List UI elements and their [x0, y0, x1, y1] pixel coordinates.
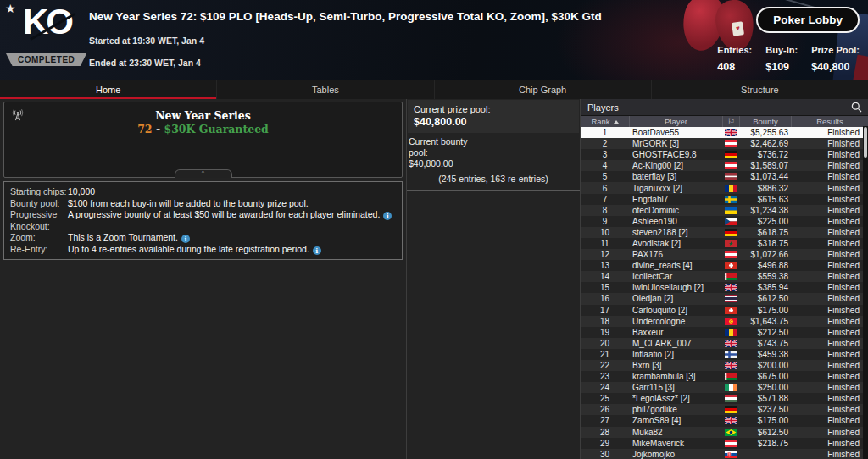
glove-heart-patch-icon: ♥: [732, 21, 744, 36]
bounty-cell: $496.88: [739, 261, 791, 270]
bounty-cell: $743.75: [739, 339, 791, 348]
rank-cell: 5: [581, 172, 629, 181]
table-row[interactable]: 8otecDominic$1,234.38Finished: [581, 205, 868, 216]
result-cell: Finished: [791, 261, 868, 270]
table-row[interactable]: 7Engdahl7$615.63Finished: [581, 194, 868, 205]
info-icon[interactable]: i: [383, 212, 392, 220]
tab-chip-graph[interactable]: Chip Graph: [434, 80, 651, 99]
column-bounty[interactable]: Bounty: [739, 116, 791, 127]
current-prize-pool: Current prize pool: $40,800.00: [408, 100, 579, 133]
poker-lobby-button[interactable]: Poker Lobby: [756, 7, 860, 33]
entries-label: Entries:: [717, 45, 752, 55]
table-row[interactable]: 10steven2188 [2]$618.75Finished: [581, 227, 868, 238]
table-row[interactable]: 2MrGORK [3]$2,462.69Finished: [581, 138, 868, 149]
tournament-info-box: Starting chips:10,000Bounty pool:$100 fr…: [3, 181, 403, 260]
column-rank[interactable]: Rank: [581, 116, 629, 127]
table-row[interactable]: 9Ashleen190$225.00Finished: [581, 216, 868, 227]
table-row[interactable]: 19Baxxeur$212.50Finished: [581, 327, 868, 338]
player-name-cell: MikeMaverick: [629, 439, 722, 448]
column-results[interactable]: Results: [791, 116, 868, 127]
pools-box: Current prize pool: $40,800.00 Current b…: [407, 100, 580, 191]
country-flag-icon-fi: [722, 351, 739, 358]
table-row[interactable]: 23krambambula [3]$675.00Finished: [581, 371, 868, 382]
collapse-banner-button[interactable]: ⌃: [175, 169, 232, 178]
players-column-header: Rank Player ⚐ Bounty Results: [581, 116, 868, 127]
bounty-cell: $1,073.44: [739, 172, 791, 181]
column-player[interactable]: Player: [629, 116, 722, 127]
search-icon[interactable]: [851, 102, 862, 114]
table-row[interactable]: 5baterflay [3]$1,073.44Finished: [581, 171, 868, 182]
table-row[interactable]: 27ZamoS89 [4]$175.00Finished: [581, 415, 868, 426]
table-row[interactable]: 13divine_reads [4]$496.88Finished: [581, 260, 868, 271]
home-panel: New Year Series 72 - $30K Guaranteed ⌃ S…: [0, 99, 407, 459]
table-row[interactable]: 1BoatDave55$5,255.63Finished: [581, 127, 868, 138]
table-row[interactable]: 16Oledjan [2]$612.50Finished: [581, 293, 868, 304]
table-row[interactable]: 25*LegolÁssz* [2]$571.88Finished: [581, 393, 868, 404]
tab-structure[interactable]: Structure: [651, 80, 868, 99]
bounty-cell: $385.94: [739, 283, 791, 292]
buyin-label: Buy-In:: [765, 45, 798, 55]
players-panel: Players Rank Player ⚐: [581, 99, 868, 459]
info-label: Bounty pool:: [10, 198, 68, 210]
player-name-cell: Tiganuxxx [2]: [629, 184, 722, 193]
rank-cell: 2: [581, 139, 629, 148]
player-name-cell: Oledjan [2]: [629, 294, 722, 303]
country-flag-icon-gb: [722, 362, 739, 369]
players-scrollbar[interactable]: [863, 126, 868, 459]
table-row[interactable]: 20M_CLARK_007$743.75Finished: [581, 338, 868, 349]
rank-cell: 19: [581, 328, 629, 337]
result-cell: Finished: [791, 450, 868, 459]
result-cell: Finished: [791, 317, 868, 326]
table-row[interactable]: 29MikeMaverick$218.75Finished: [581, 438, 868, 449]
table-row[interactable]: 26phil7godlike$237.50Finished: [581, 404, 868, 415]
info-row: Bounty pool:$100 from each buy-in will b…: [10, 198, 396, 210]
bounty-cell: $886.32: [739, 184, 791, 193]
table-row[interactable]: 3GHOSTFACE9.8$736.72Finished: [581, 149, 868, 160]
result-cell: Finished: [791, 361, 868, 370]
bounty-column-label: Bounty: [753, 117, 778, 126]
info-icon[interactable]: i: [181, 235, 190, 243]
rank-cell: 15: [581, 283, 629, 292]
favorite-star-icon[interactable]: ★: [5, 2, 16, 15]
rank-cell: 28: [581, 428, 629, 437]
sort-asc-icon: [614, 120, 619, 124]
players-scrollbar-thumb[interactable]: [864, 127, 867, 158]
table-row[interactable]: 21Inflaatio [2]$459.38Finished: [581, 349, 868, 360]
bounty-cell: $175.00: [739, 416, 791, 425]
table-row[interactable]: 22Bxrn [3]$200.00Finished: [581, 360, 868, 371]
player-name-cell: baterflay [3]: [629, 172, 722, 181]
tab-home[interactable]: Home: [0, 80, 216, 99]
tab-tables[interactable]: Tables: [216, 80, 433, 99]
rank-cell: 22: [581, 361, 629, 370]
result-cell: Finished: [791, 139, 868, 148]
player-name-cell: IcollectCar: [629, 272, 722, 281]
player-name-cell: M_CLARK_007: [629, 339, 722, 348]
table-row[interactable]: 18Undercologne$1,643.75Finished: [581, 316, 868, 327]
result-cell: Finished: [791, 128, 868, 137]
table-row[interactable]: 11Avodistak [2]$318.75Finished: [581, 238, 868, 249]
table-row[interactable]: 17Carlouquito [2]$175.00Finished: [581, 305, 868, 316]
country-flag-icon-lv: [722, 173, 739, 180]
result-cell: Finished: [791, 372, 868, 381]
rank-cell: 14: [581, 272, 629, 281]
info-icon[interactable]: i: [313, 246, 321, 255]
table-row[interactable]: 24Garr115 [3]$250.00Finished: [581, 382, 868, 393]
country-flag-icon-ua: [722, 207, 739, 214]
table-row[interactable]: 14IcollectCar$559.38Finished: [581, 271, 868, 282]
players-list: 1BoatDave55$5,255.63Finished2MrGORK [3]$…: [581, 127, 868, 459]
broadcast-icon: [11, 108, 25, 125]
table-row[interactable]: 4Ac-King00 [2]$1,589.07Finished: [581, 160, 868, 171]
result-cell: Finished: [791, 206, 868, 215]
rank-cell: 27: [581, 416, 629, 425]
table-row[interactable]: 30JojkomojkoFinished: [581, 449, 868, 459]
table-row[interactable]: 6Tiganuxxx [2]$886.32Finished: [581, 182, 868, 193]
player-name-cell: Ac-King00 [2]: [629, 161, 722, 170]
table-row[interactable]: 15IwinUlosellaugh [2]$385.94Finished: [581, 282, 868, 293]
player-name-cell: Baxxeur: [629, 328, 722, 337]
rank-cell: 20: [581, 339, 629, 348]
table-row[interactable]: 28Muka82$612.50Finished: [581, 427, 868, 438]
player-name-cell: BoatDave55: [629, 128, 722, 137]
column-flag[interactable]: ⚐: [722, 116, 739, 127]
table-row[interactable]: 12PAX176$1,072.66Finished: [581, 249, 868, 260]
country-flag-icon-gb: [722, 129, 739, 136]
